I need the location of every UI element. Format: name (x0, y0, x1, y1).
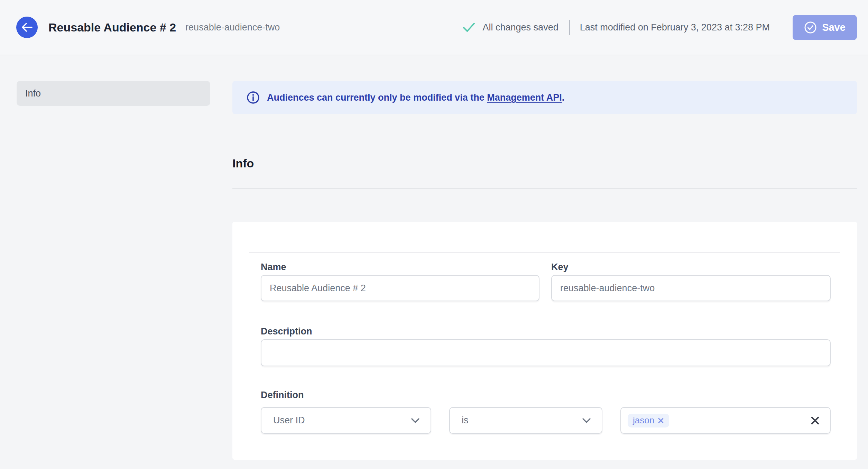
banner-text-after: . (562, 92, 565, 103)
last-modified-label: Last modified on February 3, 2023 at 3:2… (580, 22, 770, 33)
clear-values-x-icon[interactable] (811, 416, 820, 425)
info-banner: Audiences can currently only be modified… (232, 81, 857, 114)
section-divider (232, 188, 857, 189)
arrow-left-icon (21, 22, 33, 33)
value-chip-label: jason (633, 415, 654, 426)
chevron-down-icon (582, 417, 591, 424)
banner-text-before: Audiences can currently only be modified… (267, 92, 487, 103)
definition-label: Definition (261, 389, 831, 401)
sidebar: Info (0, 55, 232, 106)
info-circle-icon (247, 91, 260, 104)
save-button[interactable]: Save (793, 15, 857, 40)
definition-values-input[interactable]: jason (620, 407, 831, 434)
operator-select-value: is (462, 415, 469, 426)
circle-check-icon (804, 21, 817, 34)
description-label: Description (261, 325, 831, 337)
page-title: Reusable Audience # 2 (48, 21, 176, 34)
management-api-link[interactable]: Management API (487, 92, 562, 103)
info-card: Name Key Description Definition (232, 222, 857, 460)
check-icon (463, 22, 475, 32)
chip-remove-x-icon[interactable] (658, 417, 664, 424)
name-input[interactable] (261, 275, 539, 301)
back-button[interactable] (16, 17, 38, 38)
key-label: Key (551, 261, 831, 273)
save-button-label: Save (822, 22, 846, 33)
banner-message: Audiences can currently only be modified… (267, 92, 564, 103)
key-input[interactable] (551, 275, 831, 301)
trait-select[interactable]: User ID (261, 407, 431, 434)
header: Reusable Audience # 2 reusable-audience-… (0, 0, 868, 55)
value-chip: jason (628, 414, 669, 427)
chevron-down-icon (410, 417, 420, 424)
sidebar-item-info[interactable]: Info (17, 81, 210, 106)
trait-select-value: User ID (273, 415, 305, 426)
page-slug: reusable-audience-two (185, 22, 280, 33)
section-title: Info (232, 157, 857, 169)
sidebar-item-label: Info (25, 88, 41, 99)
description-input[interactable] (261, 339, 831, 366)
saved-status: All changes saved (463, 22, 558, 33)
main-content: Audiences can currently only be modified… (232, 55, 868, 460)
name-label: Name (261, 261, 539, 273)
header-divider (569, 20, 570, 35)
operator-select[interactable]: is (449, 407, 602, 434)
saved-status-label: All changes saved (483, 22, 558, 33)
